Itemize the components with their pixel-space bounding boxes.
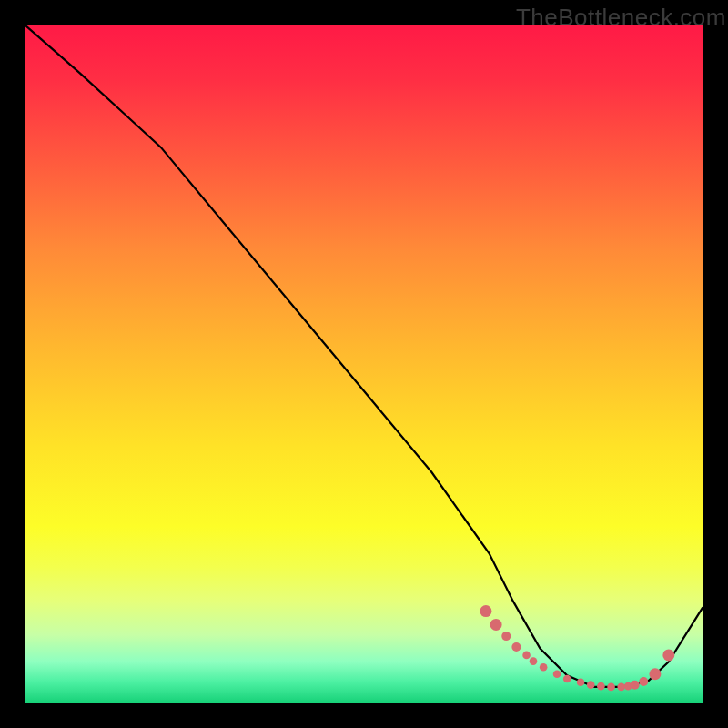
curve-layer (25, 25, 703, 703)
marker-dot (553, 670, 561, 678)
marker-dots (480, 605, 674, 691)
marker-dot (522, 652, 531, 660)
marker-dot (587, 681, 595, 689)
marker-dot (597, 682, 605, 691)
marker-dot (631, 681, 640, 690)
marker-dot (490, 619, 502, 631)
marker-dot (511, 642, 521, 652)
plot-area (25, 25, 703, 703)
marker-dot (649, 668, 661, 680)
chart-frame: TheBottleneck.com (0, 0, 728, 728)
marker-dot (617, 683, 625, 692)
marker-dot (480, 605, 491, 617)
curve-line (25, 25, 703, 687)
marker-dot (639, 677, 648, 686)
marker-dot (662, 649, 674, 661)
marker-dot (563, 675, 571, 683)
marker-dot (607, 683, 615, 692)
marker-dot (540, 663, 548, 672)
marker-dot (501, 632, 511, 641)
marker-dot (530, 657, 538, 665)
marker-dot (577, 678, 585, 686)
